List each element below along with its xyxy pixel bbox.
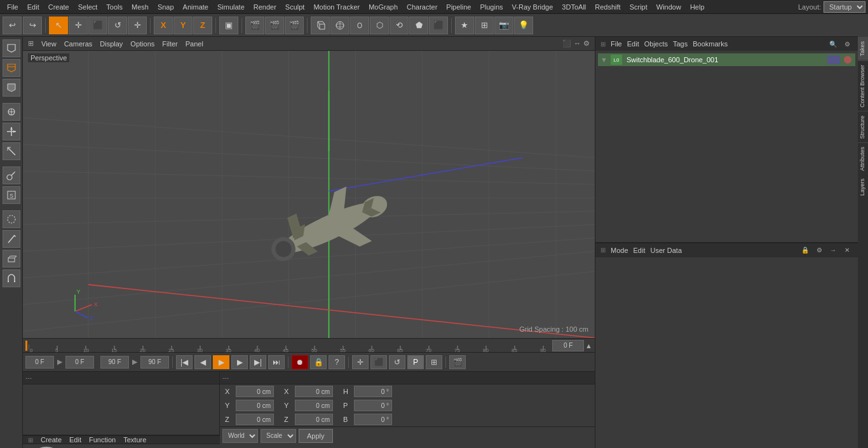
attr-arrow-button[interactable]: → [827, 245, 839, 256]
coord-cross-button[interactable]: ✛ [352, 355, 369, 369]
vp-menu-panel[interactable]: Panel [186, 40, 203, 48]
menu-plugins[interactable]: Plugins [475, 2, 507, 12]
cone-button[interactable]: ⬟ [409, 17, 428, 34]
capsule-button[interactable] [350, 17, 369, 34]
menu-animate[interactable]: Animate [179, 2, 213, 12]
obj-settings-button[interactable]: ⚙ [841, 38, 853, 50]
vp-menu-view[interactable]: View [41, 40, 57, 48]
cylinder-button[interactable]: ⬛ [429, 17, 448, 34]
sphere-button[interactable] [330, 17, 349, 34]
menu-file[interactable]: File [3, 2, 23, 12]
attr-settings-button[interactable]: ⚙ [813, 245, 825, 256]
coord-h-input[interactable] [354, 386, 392, 397]
move-tool-button[interactable]: ✛ [69, 17, 88, 34]
attr-close-button[interactable]: ✕ [841, 245, 853, 256]
edge-mode-button[interactable] [3, 59, 20, 77]
go-to-last-button[interactable]: ⏭ [268, 355, 285, 369]
coord-p-input[interactable] [354, 400, 392, 411]
menu-simulate[interactable]: Simulate [213, 2, 249, 12]
light-button[interactable]: ★ [455, 17, 474, 34]
apply-button[interactable]: Apply [299, 429, 333, 443]
vtab-attributes[interactable]: Attributes [858, 142, 868, 175]
polygon-mode-button[interactable] [3, 79, 20, 97]
menu-help[interactable]: Help [686, 2, 709, 12]
redo-button[interactable]: ↪ [23, 17, 42, 34]
fill-button[interactable]: S [3, 186, 20, 204]
menu-motion-tracker[interactable]: Motion Tracker [309, 2, 364, 12]
render-output-button[interactable]: 🎬 [285, 17, 304, 34]
attr-menu-mode[interactable]: Mode [611, 247, 628, 254]
object-row-drone[interactable]: ▼ L0 Switchblade_600_Drone_001 [598, 53, 855, 66]
sculpt-brush-button[interactable] [3, 210, 20, 228]
vp-icon-settings[interactable]: ⚙ [583, 39, 590, 48]
attr-lock-button[interactable]: 🔒 [799, 245, 811, 256]
coord-box-button[interactable]: ⬛ [370, 355, 387, 369]
rotate-tool-button[interactable]: ↺ [108, 17, 127, 34]
tweak-button[interactable] [3, 103, 20, 121]
step-forward-button[interactable]: ▶ [231, 355, 248, 369]
axis-move-button[interactable] [3, 123, 20, 140]
camera-button[interactable]: 📷 [494, 17, 513, 34]
menu-edit[interactable]: Edit [23, 2, 44, 12]
mat-menu-texture[interactable]: Texture [123, 436, 146, 444]
menu-snap[interactable]: Snap [153, 2, 179, 12]
viewport-canvas[interactable]: X Y Z Perspective Grid Spacing : 100 cm [23, 51, 595, 338]
menu-character[interactable]: Character [402, 2, 442, 12]
coord-x-input[interactable] [236, 386, 274, 397]
step-back-button[interactable]: ◀ [194, 355, 211, 369]
vtab-takes[interactable]: Takes [858, 37, 868, 60]
coord-p-button[interactable]: P [407, 355, 424, 369]
vp-icon-maximize[interactable]: ⬛ [562, 39, 571, 48]
menu-mesh[interactable]: Mesh [127, 2, 153, 12]
obj-menu-tags[interactable]: Tags [673, 40, 688, 48]
menu-tools[interactable]: Tools [102, 2, 127, 12]
coord-z2-input[interactable] [295, 414, 333, 425]
menu-render[interactable]: Render [249, 2, 281, 12]
scale-select[interactable]: Scale [261, 429, 296, 443]
coord-grid-button[interactable]: ⊞ [426, 355, 442, 369]
extrude-button[interactable] [3, 250, 20, 268]
attr-menu-userdata[interactable]: User Data [651, 247, 682, 254]
menu-3dtoall[interactable]: 3DToAll [557, 2, 590, 12]
torus-button[interactable]: ⟲ [390, 17, 409, 34]
vp-icon-arrows[interactable]: ↔ [574, 39, 581, 48]
coord-x2-input[interactable] [295, 386, 333, 397]
menu-create[interactable]: Create [44, 2, 74, 12]
menu-select[interactable]: Select [74, 2, 102, 12]
transform-tool-button[interactable]: ✛ [128, 17, 147, 34]
vp-menu-display[interactable]: Display [100, 40, 123, 48]
obj-menu-file[interactable]: File [611, 40, 622, 48]
menu-pipeline[interactable]: Pipeline [442, 2, 475, 12]
obj-menu-bookmarks[interactable]: Bookmarks [693, 40, 728, 48]
menu-mograph[interactable]: MoGraph [364, 2, 402, 12]
world-select[interactable]: World [222, 429, 258, 443]
render-view-button[interactable]: 🎬 [265, 17, 284, 34]
menu-redshift[interactable]: Redshift [590, 2, 625, 12]
go-to-end-button[interactable]: ▶| [250, 355, 266, 369]
paint-button[interactable] [3, 166, 20, 184]
select-tool-button[interactable]: ↖ [49, 17, 68, 34]
plane-button[interactable]: ⬡ [370, 17, 389, 34]
measure-button[interactable] [3, 142, 20, 160]
coord-rotate-button[interactable]: ↺ [389, 355, 405, 369]
preview-start-input[interactable] [25, 356, 54, 369]
sun-button[interactable]: 💡 [514, 17, 533, 34]
play-button[interactable]: ▶ [213, 355, 229, 369]
obj-menu-objects[interactable]: Objects [644, 40, 668, 48]
mat-menu-edit[interactable]: Edit [69, 436, 81, 444]
vp-menu-cameras[interactable]: Cameras [64, 40, 93, 48]
record-button[interactable]: ⏺ [292, 355, 308, 369]
coord-y2-input[interactable] [295, 400, 333, 411]
axis-x-button[interactable]: X [154, 17, 173, 34]
object-mode-button[interactable]: ▣ [219, 17, 238, 34]
mat-menu-create[interactable]: Create [41, 436, 62, 444]
axis-z-button[interactable]: Z [193, 17, 212, 34]
menu-vray[interactable]: V-Ray Bridge [508, 2, 558, 12]
obj-search-button[interactable]: 🔍 [827, 38, 839, 50]
vtab-structure[interactable]: Structure [858, 111, 868, 143]
motion-clip-button[interactable]: 🎬 [449, 355, 466, 369]
preview-end-input[interactable] [100, 356, 129, 369]
help-button[interactable]: ? [329, 355, 345, 369]
cube-button[interactable] [311, 17, 330, 34]
scale-tool-button[interactable]: ⬛ [88, 17, 107, 34]
